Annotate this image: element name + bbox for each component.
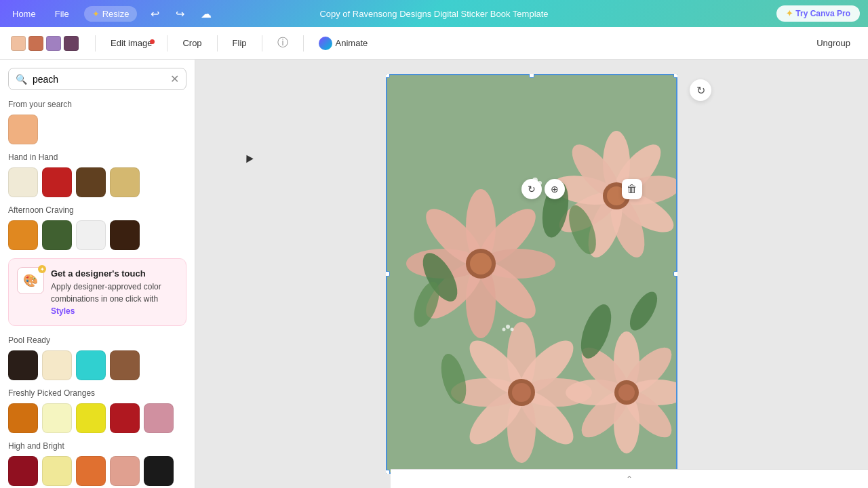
divider-1 bbox=[95, 35, 96, 52]
swatch-4[interactable] bbox=[64, 36, 79, 51]
svg-point-60 bbox=[502, 328, 506, 331]
cursor-indicator bbox=[243, 153, 253, 163]
clear-icon[interactable]: ✕ bbox=[170, 73, 179, 85]
undo-button[interactable]: ↩ bbox=[148, 5, 162, 23]
chip-white[interactable] bbox=[76, 220, 106, 250]
chip-brown2[interactable] bbox=[110, 350, 140, 380]
star-icon-2: ✦ bbox=[786, 9, 793, 18]
edit-image-wrap: Edit image bbox=[104, 34, 159, 52]
swatch-2[interactable] bbox=[28, 36, 43, 51]
svg-point-59 bbox=[511, 328, 514, 331]
flip-button[interactable]: Flip bbox=[226, 34, 254, 52]
divider-3 bbox=[217, 35, 218, 52]
search-bar[interactable]: 🔍 ✕ bbox=[8, 68, 186, 90]
from-your-search-row bbox=[8, 115, 186, 144]
swatch-3[interactable] bbox=[46, 36, 61, 51]
hand-in-hand-label: Hand in Hand bbox=[8, 152, 186, 162]
floral-image[interactable] bbox=[386, 74, 677, 474]
expand-tool-button[interactable]: ⊕ bbox=[545, 179, 565, 199]
svg-point-15 bbox=[470, 253, 492, 274]
chip-light-peach[interactable] bbox=[110, 456, 140, 486]
ungroup-label: Ungroup bbox=[816, 38, 850, 48]
divider-4 bbox=[262, 35, 262, 52]
search-icon: 🔍 bbox=[16, 74, 27, 85]
animate-label: Animate bbox=[336, 38, 368, 48]
designers-body: Apply designer-approved color combinatio… bbox=[51, 282, 161, 304]
high-bright-row bbox=[8, 456, 186, 486]
svg-point-36 bbox=[512, 383, 531, 402]
chip-bright-yellow[interactable] bbox=[76, 403, 106, 433]
flip-label: Flip bbox=[233, 38, 247, 48]
canvas-container: ↻ ⊕ 🗑 ↻ bbox=[386, 74, 677, 474]
resize-label: Resize bbox=[102, 9, 130, 19]
color-chip-peach[interactable] bbox=[8, 115, 38, 144]
hand-in-hand-row bbox=[8, 167, 186, 197]
toolbar: Edit image Crop Flip ⓘ Animate Ungroup bbox=[0, 27, 868, 60]
chip-pale-yellow2[interactable] bbox=[42, 456, 72, 486]
chip-dark-red[interactable] bbox=[110, 403, 140, 433]
bottom-bar: ⌃ bbox=[391, 469, 868, 488]
try-canva-button[interactable]: ✦ Try Canva Pro bbox=[776, 5, 860, 22]
ungroup-button[interactable]: Ungroup bbox=[810, 34, 857, 52]
info-icon: ⓘ bbox=[277, 36, 288, 50]
crop-label: Crop bbox=[182, 38, 201, 48]
crop-button[interactable]: Crop bbox=[176, 34, 208, 52]
chip-amber[interactable] bbox=[8, 220, 38, 250]
chip-tan[interactable] bbox=[110, 167, 140, 197]
edit-image-label: Edit image bbox=[111, 38, 152, 48]
chip-black[interactable] bbox=[144, 456, 174, 486]
canvas-area[interactable]: ↻ ⊕ 🗑 ↻ ⌃ bbox=[195, 60, 868, 488]
high-bright-label: High and Bright bbox=[8, 441, 186, 451]
chip-cream[interactable] bbox=[8, 167, 38, 197]
palette-icon: 🎨 bbox=[23, 273, 38, 288]
freshly-picked-label: Freshly Picked Oranges bbox=[8, 388, 186, 398]
chip-cream2[interactable] bbox=[42, 350, 72, 380]
expand-icon[interactable]: ⌃ bbox=[626, 474, 633, 484]
designers-text: Get a designer's touch Apply designer-ap… bbox=[51, 267, 178, 317]
designers-touch-card: 🎨 ✦ Get a designer's touch Apply designe… bbox=[8, 258, 186, 326]
from-your-search-label: From your search bbox=[8, 100, 186, 109]
gold-badge: ✦ bbox=[38, 265, 46, 273]
svg-point-46 bbox=[618, 384, 635, 401]
chip-crimson[interactable] bbox=[8, 456, 38, 486]
floral-pattern-svg bbox=[386, 74, 677, 474]
chip-red[interactable] bbox=[42, 167, 72, 197]
styles-link[interactable]: Styles bbox=[51, 306, 75, 316]
search-input[interactable] bbox=[33, 74, 165, 85]
top-bar: Home File ✦ Resize ↩ ↪ ☁ Copy of Ravenso… bbox=[0, 0, 868, 27]
canvas-floating-toolbar: ↻ ⊕ bbox=[521, 179, 565, 199]
chip-pink[interactable] bbox=[144, 403, 174, 433]
sidebar: 🔍 ✕ From your search Hand in Hand Aftern… bbox=[0, 60, 195, 488]
chip-pale-yellow[interactable] bbox=[42, 403, 72, 433]
chip-dark[interactable] bbox=[8, 350, 38, 380]
divider-2 bbox=[167, 35, 167, 52]
resize-button[interactable]: ✦ Resize bbox=[84, 6, 138, 22]
color-swatches-bar bbox=[11, 36, 79, 51]
afternoon-craving-label: Afternoon Craving bbox=[8, 205, 186, 215]
designers-title: Get a designer's touch bbox=[51, 268, 146, 279]
chip-orange[interactable] bbox=[8, 403, 38, 433]
afternoon-craving-row bbox=[8, 220, 186, 250]
svg-point-58 bbox=[506, 325, 510, 329]
chip-dark-brown[interactable] bbox=[110, 220, 140, 250]
swatch-1[interactable] bbox=[11, 36, 26, 51]
refresh-button[interactable]: ↻ bbox=[690, 79, 711, 101]
document-title: Copy of Ravensong Designs Digital Sticke… bbox=[319, 9, 548, 19]
chip-brown[interactable] bbox=[76, 167, 106, 197]
top-bar-right: ✦ Try Canva Pro bbox=[776, 5, 860, 22]
freshly-picked-row bbox=[8, 403, 186, 433]
delete-button[interactable]: 🗑 bbox=[622, 179, 642, 199]
file-nav[interactable]: File bbox=[51, 6, 73, 22]
pool-ready-label: Pool Ready bbox=[8, 336, 186, 345]
designers-icon-wrap: 🎨 ✦ bbox=[17, 267, 44, 294]
animate-button[interactable]: Animate bbox=[312, 33, 375, 54]
star-icon: ✦ bbox=[92, 9, 100, 19]
pool-ready-row bbox=[8, 350, 186, 380]
chip-cyan[interactable] bbox=[76, 350, 106, 380]
chip-burnt-orange[interactable] bbox=[76, 456, 106, 486]
rotate-tool-button[interactable]: ↻ bbox=[521, 179, 542, 199]
redo-button[interactable]: ↪ bbox=[173, 5, 187, 23]
chip-dark-green[interactable] bbox=[42, 220, 72, 250]
home-nav[interactable]: Home bbox=[8, 6, 40, 22]
info-button[interactable]: ⓘ bbox=[271, 32, 295, 54]
